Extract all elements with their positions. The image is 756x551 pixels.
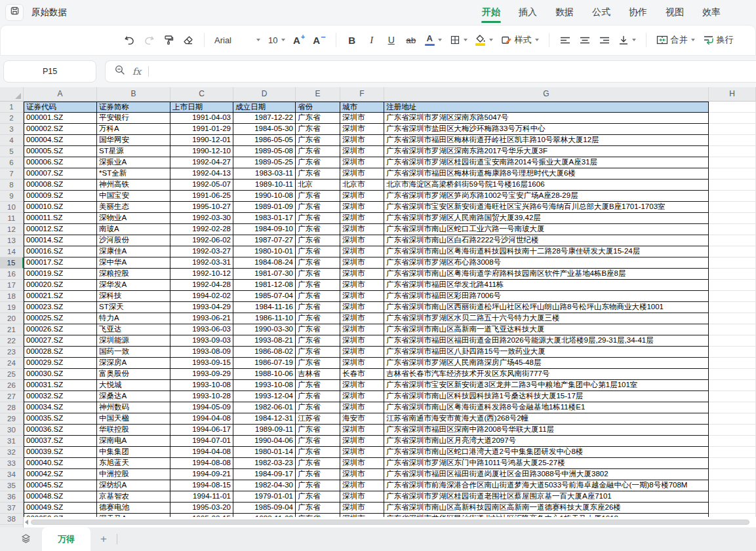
grid-cell[interactable] (709, 191, 756, 202)
grid-cell[interactable]: 广东省 (296, 257, 340, 269)
grid-cell[interactable]: 1993-06-21 (170, 313, 233, 324)
grid-cell[interactable] (709, 157, 756, 168)
borders-button[interactable] (447, 30, 470, 50)
grid-cell[interactable]: 广东省深圳市罗湖区人民南路深房广场45-48层 (384, 358, 709, 369)
grid-cell[interactable]: 000048.SZ (24, 491, 97, 503)
grid-cell[interactable] (709, 135, 756, 146)
grid-cell[interactable]: 1985-07-04 (233, 291, 296, 302)
grid-cell[interactable]: 1983-01-17 (233, 213, 296, 224)
grid-cell[interactable]: 000030.SZ (24, 369, 97, 380)
grid-cell[interactable] (709, 413, 756, 425)
grid-cell[interactable]: 000032.SZ (24, 391, 97, 402)
menu-tab-5[interactable]: 视图 (659, 0, 690, 25)
grid-cell[interactable]: 广东省 (296, 246, 340, 257)
grid-cell[interactable] (709, 313, 756, 324)
row-header-31[interactable]: 31 (0, 436, 24, 447)
grid-cell[interactable]: 000001.SZ (24, 113, 97, 124)
font-name-select[interactable]: Arial (212, 30, 263, 50)
grid-cell[interactable]: 深圳市 (340, 425, 384, 436)
grid-cell[interactable]: ST星源 (97, 146, 170, 157)
grid-cell[interactable] (709, 447, 756, 458)
row-header-6[interactable]: 6 (0, 157, 24, 168)
grid-cell[interactable]: 广东省 (296, 324, 340, 335)
grid-cell[interactable] (709, 380, 756, 391)
grid-cell[interactable]: 1994-04-08 (170, 413, 233, 425)
grid-cell[interactable]: 1979-01-01 (233, 491, 296, 503)
grid-cell[interactable]: 1994-06-17 (170, 425, 233, 436)
header-cell[interactable]: 注册地址 (384, 102, 709, 113)
vertical-align-button[interactable] (616, 30, 639, 50)
grid-cell[interactable]: 深圳市 (340, 168, 384, 180)
grid-cell[interactable]: 000012.SZ (24, 224, 97, 235)
grid-cell[interactable]: 深粮控股 (97, 269, 170, 280)
grid-cell[interactable]: 广东省 (296, 503, 340, 514)
grid-cell[interactable]: 000031.SZ (24, 380, 97, 391)
column-header-B[interactable]: B (97, 87, 170, 102)
grid-cell[interactable]: 吉林省 (296, 369, 340, 380)
column-header-G[interactable]: G (384, 87, 709, 102)
grid-cell[interactable]: 000028.SZ (24, 347, 97, 358)
grid-cell[interactable]: 1980-10-01 (233, 246, 296, 257)
cell-style-button[interactable]: 样式 (498, 30, 542, 50)
header-cell[interactable]: 省份 (296, 102, 340, 113)
row-header-18[interactable]: 18 (0, 291, 24, 302)
grid-cell[interactable]: 1986-08-02 (233, 347, 296, 358)
row-header-8[interactable]: 8 (0, 180, 24, 191)
grid-cell[interactable]: 1994-08-08 (170, 458, 233, 469)
row-header-26[interactable]: 26 (0, 380, 24, 391)
grid-cell[interactable]: 1993-06-03 (170, 324, 233, 335)
redo-button[interactable] (140, 30, 157, 50)
grid-cell[interactable] (709, 436, 756, 447)
grid-cell[interactable]: 1993-09-29 (170, 369, 233, 380)
grid-cell[interactable]: 000005.SZ (24, 146, 97, 157)
grid-cell[interactable]: 大悦城 (97, 380, 170, 391)
name-box[interactable]: P15 (3, 60, 96, 83)
menu-tab-2[interactable]: 数据 (549, 0, 580, 25)
row-header-16[interactable]: 16 (0, 269, 24, 280)
grid-cell[interactable]: 广东省深圳市福田区福田街道金田路2026号能源大厦北塔楼9层,29-31层,34… (384, 335, 709, 347)
row-header-12[interactable]: 12 (0, 224, 24, 235)
scroll-left-icon[interactable] (25, 520, 28, 525)
font-color-button[interactable]: A (422, 30, 445, 50)
grid-cell[interactable]: 1994-09-21 (170, 469, 233, 480)
grid-cell[interactable]: 1986-05-05 (233, 135, 296, 146)
merge-cells-button[interactable]: 合并 (654, 30, 698, 50)
grid-cell[interactable]: 深圳市 (340, 391, 384, 402)
grid-cell[interactable]: 1982-06-01 (233, 402, 296, 413)
row-header-38[interactable]: 38 (0, 514, 24, 525)
grid-cell[interactable]: 广东省深圳市南山区西丽街道松坪山社区松坪山朗山路8号松坪山东物商业大楼1001 (384, 302, 709, 313)
grid-cell[interactable]: 广东省深圳市南山区粤海街道学府路科技园南区软件产业基地4栋B座8层 (384, 269, 709, 280)
grid-cell[interactable]: 1990-12-01 (170, 135, 233, 146)
grid-cell[interactable]: 深圳市 (340, 291, 384, 302)
grid-cell[interactable]: 1989-01-09 (233, 202, 296, 213)
row-header-11[interactable]: 11 (0, 213, 24, 224)
grid-cell[interactable]: 广东省 (296, 335, 340, 347)
grid-cell[interactable]: 广东省 (296, 313, 340, 324)
grid-cell[interactable]: 1984-11-16 (233, 302, 296, 313)
grid-cell[interactable]: 广东省深圳市盐田区大梅沙环梅路33号万科中心 (384, 124, 709, 135)
grid-cell[interactable]: 000025.SZ (24, 313, 97, 324)
grid-cell[interactable]: 广东省深圳市南山区粤海街道科发路8号金融基地1栋11楼E1 (384, 402, 709, 413)
grid-cell[interactable] (709, 291, 756, 302)
grid-cell[interactable]: 深圳市 (340, 269, 384, 280)
sheet-tab-active[interactable]: 万得 (42, 527, 90, 551)
grid-cell[interactable]: 1994-08-15 (170, 480, 233, 491)
grid-cell[interactable]: 广东省 (296, 280, 340, 291)
grid-cell[interactable]: 广东省深圳市南山区粤海街道科技园科技南十二路28号康佳研发大厦15-24层 (384, 246, 709, 257)
grid-cell[interactable]: 1982-04-30 (233, 480, 296, 491)
grid-cell[interactable] (709, 113, 756, 124)
row-header-2[interactable]: 2 (0, 113, 24, 124)
row-header-33[interactable]: 33 (0, 458, 24, 469)
grid-cell[interactable]: 深康佳A (97, 246, 170, 257)
grid-cell[interactable]: 中集集团 (97, 447, 170, 458)
grid-cell[interactable]: 深圳市 (340, 213, 384, 224)
grid-cell[interactable]: 深圳市 (340, 436, 384, 447)
header-cell[interactable]: 城市 (340, 102, 384, 113)
grid-cell[interactable]: 1984-09-10 (233, 224, 296, 235)
increase-font-button[interactable]: A+ (290, 30, 308, 50)
grid-cell[interactable]: 000036.SZ (24, 425, 97, 436)
eraser-button[interactable] (180, 30, 197, 50)
grid-cell[interactable]: 深圳市 (340, 302, 384, 313)
grid-cell[interactable]: 000004.SZ (24, 135, 97, 146)
grid-cell[interactable]: 广东省 (296, 447, 340, 458)
